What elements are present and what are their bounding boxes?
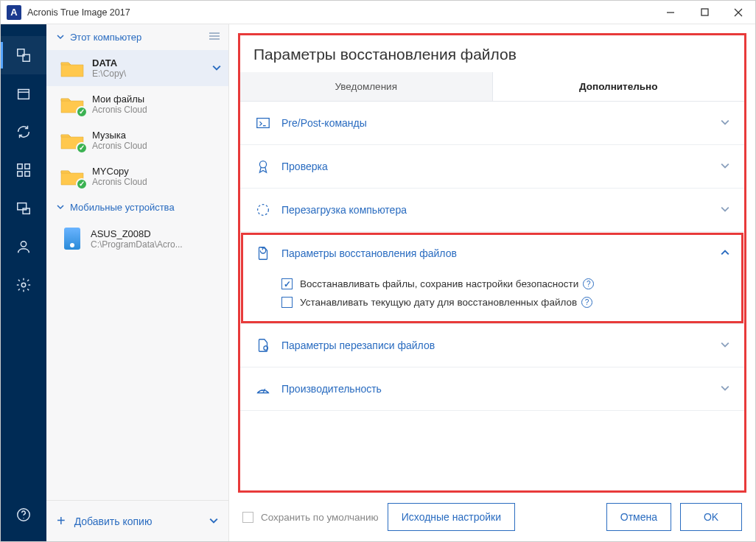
item-subtitle: C:\ProgramData\Acro... <box>91 239 183 250</box>
window-controls <box>654 1 755 24</box>
acc-validation-header[interactable]: Проверка <box>240 145 744 188</box>
svg-rect-8 <box>18 164 22 169</box>
save-default-label: Сохранить по умолчанию <box>261 512 379 523</box>
cloud-ok-badge <box>76 106 88 118</box>
cancel-button[interactable]: Отмена <box>606 503 671 531</box>
tab-bar: Уведомления Дополнительно <box>240 72 744 102</box>
sidebar-item-myfiles[interactable]: Мои файлы Acronis Cloud <box>46 86 228 122</box>
add-backup-label: Добавить копию <box>74 515 153 527</box>
svg-rect-21 <box>257 119 270 128</box>
close-button[interactable] <box>721 1 755 24</box>
nav-settings[interactable] <box>1 266 46 304</box>
folder-icon <box>60 130 85 151</box>
item-title: Мои файлы <box>92 94 147 105</box>
sidebar-group-this-pc[interactable]: Этот компьютер <box>46 24 228 50</box>
chevron-down-icon <box>721 340 729 351</box>
chevron-down-icon[interactable] <box>212 62 221 75</box>
restart-icon <box>255 202 271 218</box>
nav-dashboard[interactable] <box>1 151 46 189</box>
sidebar-group-label: Этот компьютер <box>70 32 141 43</box>
folder-icon <box>60 94 85 115</box>
sidebar-item-asus[interactable]: ASUS_Z008D C:\ProgramData\Acro... <box>46 220 228 257</box>
sidebar-item-music[interactable]: Музыка Acronis Cloud <box>46 122 228 158</box>
svg-rect-9 <box>25 164 29 169</box>
chevron-up-icon <box>721 248 729 259</box>
item-title: ASUS_Z008D <box>91 228 183 239</box>
help-icon[interactable]: ? <box>583 278 594 289</box>
acc-performance-header[interactable]: Производительность <box>240 367 744 410</box>
option-label: Устанавливать текущую дату для восстанов… <box>300 297 577 308</box>
nav-help[interactable] <box>1 496 46 534</box>
minimize-button[interactable] <box>654 1 687 24</box>
tab-notifications[interactable]: Уведомления <box>240 72 493 101</box>
acc-label: Производительность <box>281 383 382 395</box>
checkbox-keep-security[interactable] <box>281 278 293 289</box>
acc-file-recovery-body: Восстанавливать файлы, сохранив настройк… <box>240 275 744 323</box>
nav-clone[interactable] <box>1 189 46 228</box>
phone-icon <box>64 228 80 250</box>
sidebar-item-data[interactable]: DATA E:\Copy\ <box>46 50 228 86</box>
chevron-down-icon[interactable] <box>209 515 218 527</box>
item-subtitle: Acronis Cloud <box>92 105 147 115</box>
tab-advanced[interactable]: Дополнительно <box>493 72 745 101</box>
checkbox-set-current-date[interactable] <box>281 297 293 308</box>
svg-point-17 <box>23 518 24 518</box>
acc-file-recovery-header[interactable]: Параметры восстановления файлов <box>240 232 744 275</box>
chevron-down-icon <box>721 161 729 172</box>
checkbox-save-default[interactable] <box>242 512 253 523</box>
option-label: Восстанавливать файлы, сохранив настройк… <box>300 278 578 289</box>
chevron-down-icon <box>721 118 729 129</box>
item-title: Музыка <box>92 130 147 141</box>
sidebar-group-mobile[interactable]: Мобильные устройства <box>46 194 228 220</box>
svg-point-23 <box>259 161 266 168</box>
ok-button[interactable]: OK <box>680 503 742 531</box>
terminal-icon <box>255 115 271 131</box>
help-icon[interactable]: ? <box>581 297 592 308</box>
acc-validation: Проверка <box>240 145 744 189</box>
svg-rect-1 <box>701 9 708 15</box>
svg-rect-11 <box>25 172 29 176</box>
item-subtitle: Acronis Cloud <box>92 141 147 151</box>
folder-icon <box>60 58 85 79</box>
item-title: MYCopy <box>92 166 147 177</box>
option-set-current-date: Устанавливать текущую дату для восстанов… <box>281 293 729 312</box>
svg-rect-6 <box>18 90 29 99</box>
acc-file-recovery: Параметры восстановления файлов Восстана… <box>240 232 744 324</box>
app-icon: A <box>7 5 21 20</box>
titlebar: A Acronis True Image 2017 <box>1 1 755 24</box>
item-subtitle: E:\Copy\ <box>92 68 126 79</box>
reset-button[interactable]: Исходные настройки <box>388 503 515 531</box>
main-panel: Параметры восстановления файлов Уведомле… <box>229 24 755 541</box>
svg-rect-10 <box>18 172 22 176</box>
file-settings-icon <box>255 337 271 353</box>
nav-archive[interactable] <box>1 74 46 113</box>
cloud-ok-badge <box>76 142 88 154</box>
app-title: Acronis True Image 2017 <box>27 7 130 18</box>
activity-bar <box>1 24 46 541</box>
acc-label: Перезагрузка компьютера <box>281 204 407 216</box>
acc-restart-header[interactable]: Перезагрузка компьютера <box>240 189 744 231</box>
item-subtitle: Acronis Cloud <box>92 177 147 187</box>
nav-account[interactable] <box>1 228 46 266</box>
highlighted-panel: Параметры восстановления файлов Уведомле… <box>238 33 746 493</box>
chevron-down-icon <box>57 32 64 43</box>
sidebar: Этот компьютер DATA E:\Copy\ Мои <box>46 24 229 541</box>
acc-overwrite-header[interactable]: Параметры перезаписи файлов <box>240 324 744 367</box>
page-title: Параметры восстановления файлов <box>240 35 744 72</box>
gauge-icon <box>255 381 271 397</box>
chevron-down-icon <box>57 202 64 213</box>
acc-prepost-header[interactable]: Pre/Post-команды <box>240 102 744 144</box>
add-backup-button[interactable]: + Добавить копию <box>46 500 228 541</box>
acc-label: Параметры восстановления файлов <box>281 247 457 259</box>
acc-label: Параметры перезаписи файлов <box>281 339 435 351</box>
acc-prepost: Pre/Post-команды <box>240 102 744 145</box>
acc-restart: Перезагрузка компьютера <box>240 189 744 232</box>
nav-backup[interactable] <box>1 36 46 74</box>
sidebar-item-mycopy[interactable]: MYCopy Acronis Cloud <box>46 158 228 194</box>
nav-sync[interactable] <box>1 113 46 151</box>
menu-icon[interactable] <box>209 32 220 43</box>
acc-overwrite: Параметры перезаписи файлов <box>240 324 744 367</box>
svg-point-24 <box>258 205 269 216</box>
bottom-bar: Сохранить по умолчанию Исходные настройк… <box>238 493 746 532</box>
maximize-button[interactable] <box>687 1 721 24</box>
